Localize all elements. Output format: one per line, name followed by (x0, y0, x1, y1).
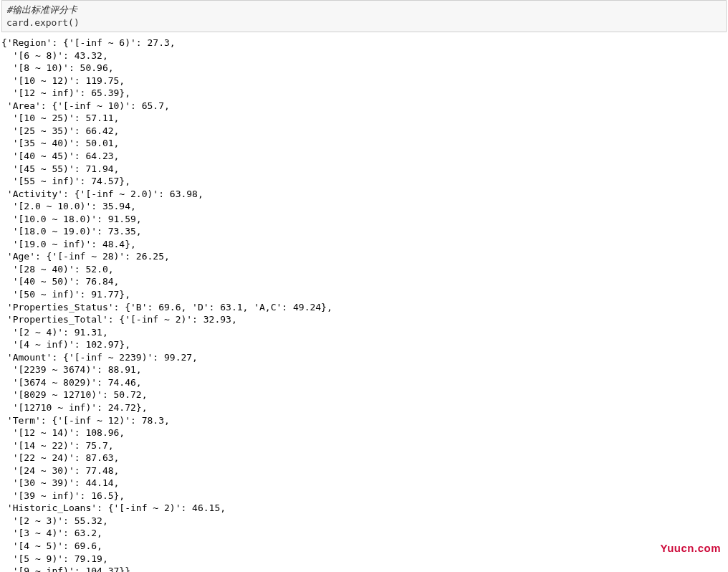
code-input-cell: #输出标准评分卡 card.export() (1, 0, 727, 32)
code-comment: #输出标准评分卡 (6, 4, 722, 16)
code-output-block: {'Region': {'[-inf ~ 6)': 27.3, '[6 ~ 8)… (0, 37, 728, 572)
code-expression: card.export() (6, 16, 722, 29)
